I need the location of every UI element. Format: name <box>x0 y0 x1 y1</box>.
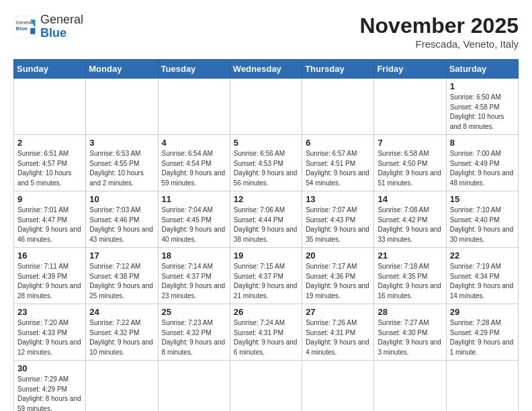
calendar-cell: 21Sunrise: 7:18 AM Sunset: 4:35 PM Dayli… <box>374 248 446 304</box>
calendar-cell: 18Sunrise: 7:14 AM Sunset: 4:37 PM Dayli… <box>158 248 230 304</box>
day-info: Sunrise: 7:17 AM Sunset: 4:36 PM Dayligh… <box>306 262 370 301</box>
day-info: Sunrise: 7:10 AM Sunset: 4:40 PM Dayligh… <box>450 205 515 244</box>
day-number: 19 <box>234 250 298 261</box>
day-info: Sunrise: 7:08 AM Sunset: 4:42 PM Dayligh… <box>378 205 442 244</box>
day-info: Sunrise: 7:18 AM Sunset: 4:35 PM Dayligh… <box>378 262 442 301</box>
day-number: 23 <box>17 307 82 317</box>
day-number: 11 <box>162 194 226 204</box>
logo-text: General Blue <box>40 13 83 40</box>
location: Frescada, Veneto, Italy <box>359 38 519 50</box>
calendar-cell: 24Sunrise: 7:22 AM Sunset: 4:32 PM Dayli… <box>86 304 158 361</box>
calendar-cell: 25Sunrise: 7:23 AM Sunset: 4:32 PM Dayli… <box>158 304 230 361</box>
day-info: Sunrise: 6:53 AM Sunset: 4:55 PM Dayligh… <box>89 149 154 188</box>
day-number: 9 <box>17 194 82 204</box>
weekday-header-sunday: Sunday <box>14 60 86 79</box>
calendar-cell: 1Sunrise: 6:50 AM Sunset: 4:58 PM Daylig… <box>446 79 518 135</box>
day-info: Sunrise: 6:54 AM Sunset: 4:54 PM Dayligh… <box>162 149 226 188</box>
day-info: Sunrise: 7:03 AM Sunset: 4:46 PM Dayligh… <box>89 205 154 244</box>
calendar-cell: 2Sunrise: 6:51 AM Sunset: 4:57 PM Daylig… <box>14 135 86 191</box>
calendar-cell <box>86 361 158 412</box>
day-number: 12 <box>234 194 298 204</box>
day-number: 2 <box>17 138 82 148</box>
weekday-header-friday: Friday <box>374 60 446 79</box>
day-number: 14 <box>378 194 442 204</box>
day-info: Sunrise: 7:28 AM Sunset: 4:29 PM Dayligh… <box>450 318 515 357</box>
week-row-4: 16Sunrise: 7:11 AM Sunset: 4:39 PM Dayli… <box>14 248 519 304</box>
calendar-cell <box>302 79 374 135</box>
day-info: Sunrise: 7:06 AM Sunset: 4:44 PM Dayligh… <box>234 205 298 244</box>
weekday-header-row: SundayMondayTuesdayWednesdayThursdayFrid… <box>14 60 519 79</box>
week-row-1: 1Sunrise: 6:50 AM Sunset: 4:58 PM Daylig… <box>14 79 519 135</box>
day-number: 20 <box>306 250 370 261</box>
calendar-cell: 12Sunrise: 7:06 AM Sunset: 4:44 PM Dayli… <box>230 191 302 248</box>
calendar-cell: 29Sunrise: 7:28 AM Sunset: 4:29 PM Dayli… <box>446 304 518 361</box>
weekday-header-saturday: Saturday <box>446 60 518 79</box>
calendar-cell: 6Sunrise: 6:57 AM Sunset: 4:51 PM Daylig… <box>302 135 374 191</box>
calendar-cell: 19Sunrise: 7:15 AM Sunset: 4:37 PM Dayli… <box>230 248 302 304</box>
day-info: Sunrise: 7:27 AM Sunset: 4:30 PM Dayligh… <box>378 318 442 357</box>
day-number: 30 <box>17 363 82 373</box>
day-info: Sunrise: 6:51 AM Sunset: 4:57 PM Dayligh… <box>17 149 82 188</box>
day-info: Sunrise: 7:04 AM Sunset: 4:45 PM Dayligh… <box>162 205 226 244</box>
day-info: Sunrise: 7:00 AM Sunset: 4:49 PM Dayligh… <box>450 149 515 188</box>
day-number: 5 <box>234 138 298 148</box>
day-number: 1 <box>450 81 515 91</box>
day-number: 10 <box>89 194 154 204</box>
generalblue-logo-icon: General Blue <box>13 15 38 39</box>
day-number: 7 <box>378 138 442 148</box>
calendar-cell <box>374 79 446 135</box>
calendar-cell <box>158 361 230 412</box>
week-row-3: 9Sunrise: 7:01 AM Sunset: 4:47 PM Daylig… <box>14 191 519 248</box>
header: General Blue General Blue November 2025 … <box>13 13 519 50</box>
logo: General Blue General Blue <box>13 13 83 40</box>
calendar-cell <box>86 79 158 135</box>
day-info: Sunrise: 7:23 AM Sunset: 4:32 PM Dayligh… <box>162 318 226 357</box>
day-info: Sunrise: 6:57 AM Sunset: 4:51 PM Dayligh… <box>306 149 370 188</box>
day-info: Sunrise: 7:01 AM Sunset: 4:47 PM Dayligh… <box>17 205 82 244</box>
page: General Blue General Blue November 2025 … <box>0 0 532 411</box>
calendar-cell: 13Sunrise: 7:07 AM Sunset: 4:43 PM Dayli… <box>302 191 374 248</box>
calendar-cell: 7Sunrise: 6:58 AM Sunset: 4:50 PM Daylig… <box>374 135 446 191</box>
calendar-cell: 16Sunrise: 7:11 AM Sunset: 4:39 PM Dayli… <box>14 248 86 304</box>
calendar-cell <box>14 79 86 135</box>
week-row-6: 30Sunrise: 7:29 AM Sunset: 4:29 PM Dayli… <box>14 361 519 412</box>
day-info: Sunrise: 6:50 AM Sunset: 4:58 PM Dayligh… <box>450 93 515 132</box>
calendar-cell: 22Sunrise: 7:19 AM Sunset: 4:34 PM Dayli… <box>446 248 518 304</box>
calendar-cell: 20Sunrise: 7:17 AM Sunset: 4:36 PM Dayli… <box>302 248 374 304</box>
calendar-cell: 26Sunrise: 7:24 AM Sunset: 4:31 PM Dayli… <box>230 304 302 361</box>
day-info: Sunrise: 7:20 AM Sunset: 4:33 PM Dayligh… <box>17 318 82 357</box>
day-number: 16 <box>17 250 82 261</box>
svg-text:General: General <box>16 19 34 26</box>
calendar-cell: 14Sunrise: 7:08 AM Sunset: 4:42 PM Dayli… <box>374 191 446 248</box>
day-number: 13 <box>306 194 370 204</box>
day-number: 3 <box>89 138 154 148</box>
day-number: 8 <box>450 138 515 148</box>
day-info: Sunrise: 7:29 AM Sunset: 4:29 PM Dayligh… <box>17 375 82 411</box>
calendar-cell: 28Sunrise: 7:27 AM Sunset: 4:30 PM Dayli… <box>374 304 446 361</box>
calendar-cell: 8Sunrise: 7:00 AM Sunset: 4:49 PM Daylig… <box>446 135 518 191</box>
title-block: November 2025 Frescada, Veneto, Italy <box>359 13 519 50</box>
weekday-header-tuesday: Tuesday <box>158 60 230 79</box>
day-info: Sunrise: 7:07 AM Sunset: 4:43 PM Dayligh… <box>306 205 370 244</box>
calendar-cell <box>230 361 302 412</box>
logo-general-text: General <box>40 13 83 26</box>
svg-marker-4 <box>30 28 35 34</box>
day-number: 6 <box>306 138 370 148</box>
week-row-2: 2Sunrise: 6:51 AM Sunset: 4:57 PM Daylig… <box>14 135 519 191</box>
day-number: 18 <box>162 250 226 261</box>
day-number: 22 <box>450 250 515 261</box>
day-number: 24 <box>89 307 154 317</box>
day-info: Sunrise: 7:12 AM Sunset: 4:38 PM Dayligh… <box>89 262 154 301</box>
day-info: Sunrise: 7:11 AM Sunset: 4:39 PM Dayligh… <box>17 262 82 301</box>
day-info: Sunrise: 7:19 AM Sunset: 4:34 PM Dayligh… <box>450 262 515 301</box>
day-number: 27 <box>306 307 370 317</box>
day-info: Sunrise: 6:56 AM Sunset: 4:53 PM Dayligh… <box>234 149 298 188</box>
day-number: 28 <box>378 307 442 317</box>
logo-blue-text: Blue <box>40 26 66 40</box>
weekday-header-thursday: Thursday <box>302 60 374 79</box>
day-info: Sunrise: 7:26 AM Sunset: 4:31 PM Dayligh… <box>306 318 370 357</box>
calendar-cell <box>230 79 302 135</box>
svg-text:Blue: Blue <box>16 26 28 32</box>
calendar-cell: 30Sunrise: 7:29 AM Sunset: 4:29 PM Dayli… <box>14 361 86 412</box>
day-number: 26 <box>234 307 298 317</box>
